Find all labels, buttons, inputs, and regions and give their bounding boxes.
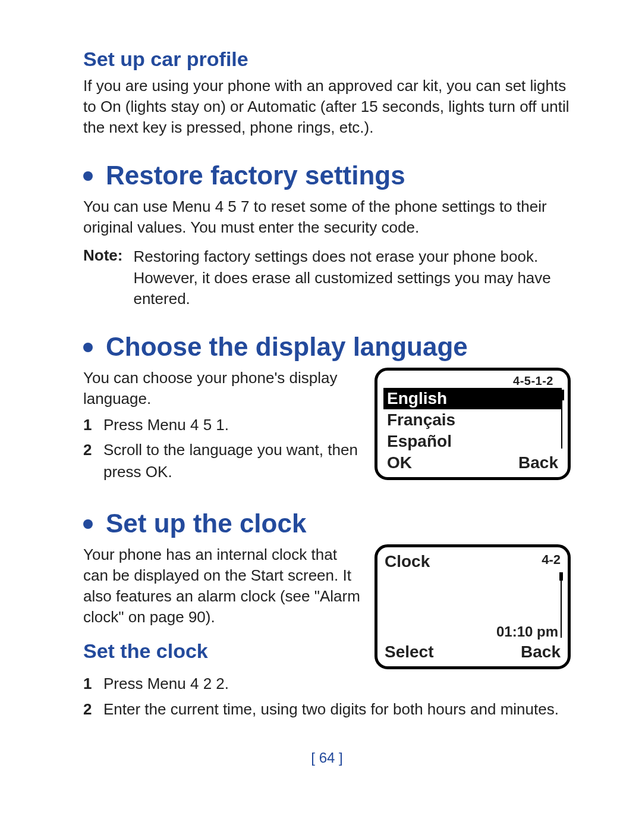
subheading-set-clock: Set the clock [83, 640, 360, 663]
heading-restore: Restore factory settings [83, 161, 571, 190]
softkey-right: Back [521, 642, 561, 662]
phone-screen-language: 4-5-1-2 English Français Español OK Back [374, 368, 571, 480]
step-1: 1 Press Menu 4 5 1. [83, 414, 360, 435]
text: Press [103, 416, 147, 434]
lang-option-francais: Français [383, 409, 562, 431]
language-body: You can choose your phone's display lang… [83, 368, 360, 409]
text: You can use [83, 198, 172, 215]
option-automatic: Automatic [247, 98, 316, 115]
menu-code-display: 4-2 [542, 552, 561, 571]
section-language: Choose the display language You can choo… [83, 332, 571, 486]
section-car-profile: Set up car profile If you are using your… [83, 48, 571, 138]
menu-word: Menu [147, 416, 186, 434]
clock-time: 01:10 pm [385, 623, 561, 640]
language-steps: 1 Press Menu 4 5 1. 2 Scroll to the lang… [83, 414, 360, 482]
scrollbar-icon [559, 390, 564, 449]
ok-word: OK [146, 463, 168, 481]
page-number: [ 64 ] [83, 750, 571, 766]
menu-word: Menu [147, 675, 186, 692]
scrollbar-icon [559, 572, 563, 638]
step-text: Enter the current time, using two digits… [103, 698, 559, 720]
heading-language: Choose the display language [83, 332, 571, 362]
menu-code: 4 2 2. [186, 675, 229, 692]
softkey-right: Back [518, 453, 558, 472]
lang-option-english: English [383, 388, 562, 409]
step-number: 1 [83, 673, 94, 694]
menu-code-display: 4-5-1-2 [383, 374, 562, 388]
section-clock: Set up the clock Your phone has an inter… [83, 509, 571, 720]
heading-car-profile: Set up car profile [83, 48, 571, 71]
step-1: 1 Press Menu 4 2 2. [83, 673, 571, 694]
softkey-left: OK [387, 453, 412, 472]
option-on: On [100, 98, 121, 115]
step-text: Scroll to the language you want, then pr… [103, 439, 360, 482]
note-block: Note: Restoring factory settings does no… [83, 246, 571, 309]
step-number: 2 [83, 698, 94, 720]
step-number: 2 [83, 439, 94, 482]
step-text: Press Menu 4 5 1. [103, 414, 229, 435]
softkey-left: Select [385, 642, 434, 662]
menu-code: 4 5 7 [210, 198, 249, 215]
clock-steps: 1 Press Menu 4 2 2. 2 Enter the current … [83, 673, 571, 720]
step-2: 2 Scroll to the language you want, then … [83, 439, 360, 482]
restore-body: You can use Menu 4 5 7 to reset some of … [83, 196, 571, 238]
text: (lights stay on) or [121, 98, 247, 115]
text: Scroll to the language you want, then pr… [103, 441, 358, 480]
clock-body: Your phone has an internal clock that ca… [83, 544, 360, 628]
text: Press [103, 675, 147, 692]
note-body: Restoring factory settings does not eras… [133, 246, 571, 309]
step-2: 2 Enter the current time, using two digi… [83, 698, 571, 720]
car-profile-body: If you are using your phone with an appr… [83, 76, 571, 138]
menu-code: 4 5 1. [186, 416, 229, 434]
clock-title: Clock [385, 552, 430, 571]
menu-word: Menu [172, 198, 210, 215]
lang-option-espanol: Español [383, 431, 562, 452]
section-restore: Restore factory settings You can use Men… [83, 161, 571, 309]
note-label: Note: [83, 246, 122, 309]
heading-clock: Set up the clock [83, 509, 571, 538]
step-number: 1 [83, 414, 94, 435]
phone-screen-clock: Clock 4-2 01:10 pm Select Back [374, 544, 571, 669]
step-text: Press Menu 4 2 2. [103, 673, 229, 694]
